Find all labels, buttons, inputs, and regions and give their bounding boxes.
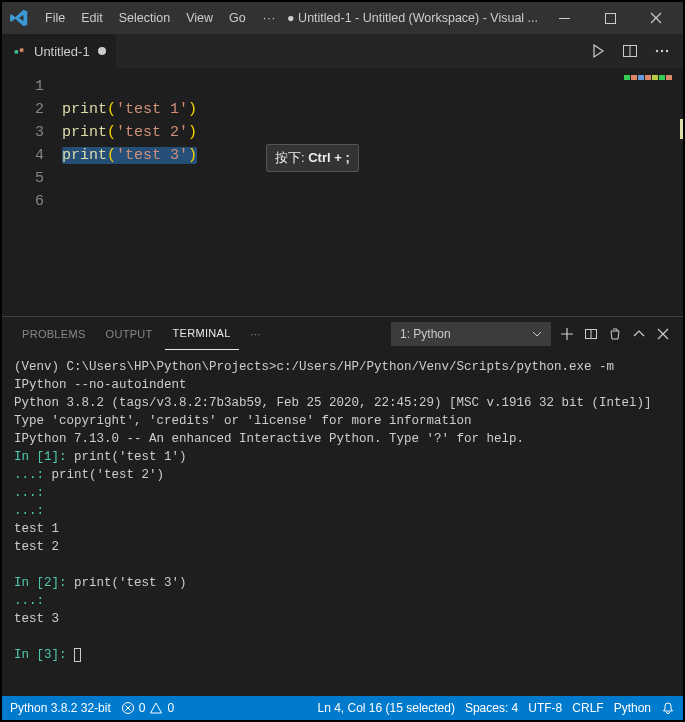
run-button[interactable] [589,42,607,60]
status-warning-count: 0 [167,701,174,715]
code-line[interactable]: print('test 1') [62,98,197,121]
editor-tab-bar: Untitled-1 [2,34,683,69]
tab-label: Untitled-1 [34,44,90,59]
code-line[interactable]: print('test 2') [62,121,197,144]
svg-rect-3 [20,48,24,52]
new-terminal-button[interactable] [559,326,575,342]
close-panel-button[interactable] [655,326,671,342]
window-maximize-button[interactable] [587,2,633,34]
status-error-count: 0 [139,701,146,715]
svg-point-7 [661,50,663,52]
bottom-panel: PROBLEMS OUTPUT TERMINAL ··· 1: Python (… [2,316,683,696]
chevron-down-icon [532,329,542,339]
menu-edit[interactable]: Edit [74,2,110,34]
code-editor[interactable]: 123456 print('test 1')print('test 2')pri… [2,69,683,316]
kill-terminal-button[interactable] [607,326,623,342]
status-language[interactable]: Python [614,701,651,715]
status-cursor-position[interactable]: Ln 4, Col 16 (15 selected) [318,701,455,715]
panel-tab-bar: PROBLEMS OUTPUT TERMINAL ··· 1: Python [2,317,683,350]
terminal-output[interactable]: (Venv) C:\Users\HP\Python\Projects>c:/Us… [2,350,683,696]
keybinding-tooltip: 按下: Ctrl + ; [266,144,359,172]
status-bar: Python 3.8.2 32-bit 0 0 Ln 4, Col 16 (15… [2,696,683,720]
notifications-button[interactable] [661,701,675,715]
panel-tab-problems[interactable]: PROBLEMS [14,317,94,350]
code-area[interactable]: print('test 1')print('test 2')print('tes… [60,69,197,316]
code-line[interactable] [62,190,197,213]
menu-file[interactable]: File [38,2,72,34]
status-encoding[interactable]: UTF-8 [528,701,562,715]
window-close-button[interactable] [633,2,679,34]
vscode-logo-icon [10,9,28,27]
menu-go[interactable]: Go [222,2,253,34]
status-eol[interactable]: CRLF [572,701,603,715]
terminal-selector-label: 1: Python [400,327,451,341]
code-line[interactable] [62,75,197,98]
editor-tab[interactable]: Untitled-1 [2,34,117,69]
window-minimize-button[interactable] [541,2,587,34]
status-indent[interactable]: Spaces: 4 [465,701,518,715]
file-icon [12,44,26,58]
svg-rect-0 [559,18,570,19]
title-bar: File Edit Selection View Go ··· ● Untitl… [2,2,683,34]
split-editor-button[interactable] [621,42,639,60]
svg-rect-2 [15,50,19,54]
menu-view[interactable]: View [179,2,220,34]
split-terminal-button[interactable] [583,326,599,342]
line-number-gutter: 123456 [2,69,60,316]
tooltip-prefix: 按下: [275,150,308,165]
code-line[interactable]: print('test 3') [62,144,197,167]
dirty-indicator-icon [98,47,106,55]
code-line[interactable] [62,167,197,190]
panel-tab-output[interactable]: OUTPUT [98,317,161,350]
tooltip-shortcut: Ctrl + ; [308,150,350,165]
panel-tab-terminal[interactable]: TERMINAL [165,317,239,350]
panel-tab-overflow[interactable]: ··· [243,317,269,350]
terminal-selector[interactable]: 1: Python [391,322,551,346]
minimap[interactable] [624,75,679,85]
status-interpreter[interactable]: Python 3.8.2 32-bit [10,701,111,715]
menu-overflow[interactable]: ··· [255,2,284,34]
editor-more-actions[interactable] [653,42,671,60]
status-problems[interactable]: 0 0 [121,701,174,715]
svg-point-8 [666,50,668,52]
overview-ruler [680,119,683,139]
maximize-panel-button[interactable] [631,326,647,342]
svg-rect-1 [605,13,615,23]
svg-point-6 [656,50,658,52]
window-title: ● Untitled-1 - Untitled (Workspace) - Vi… [286,11,539,25]
menu-selection[interactable]: Selection [112,2,177,34]
